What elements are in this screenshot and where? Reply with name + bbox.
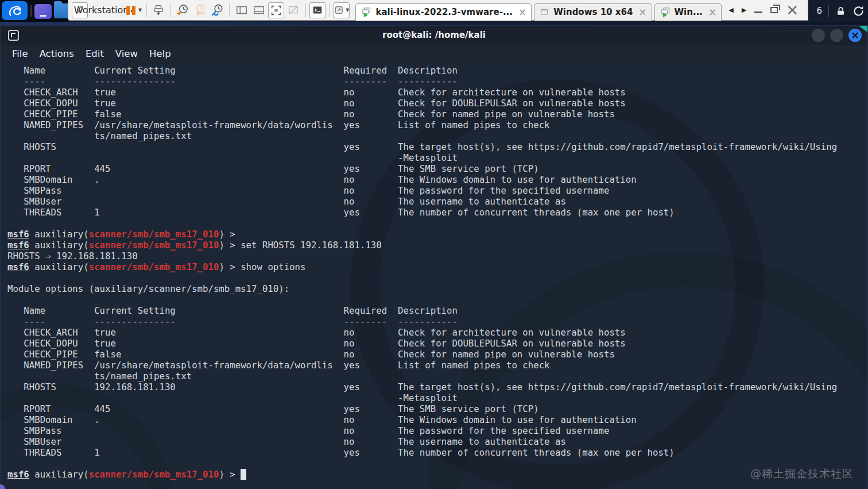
minimize-button[interactable] xyxy=(812,29,825,42)
terminal-line: NAMED_PIPES /usr/share/metasploit-framew… xyxy=(7,360,867,371)
vm-tab-windows10[interactable]: Windows 10 x64 × xyxy=(534,3,652,21)
toolbar-close-button[interactable] xyxy=(786,5,799,16)
menu-help[interactable]: Help xyxy=(149,48,171,59)
tab-scroll-right-icon[interactable]: ▶ xyxy=(742,6,746,14)
maximize-button[interactable] xyxy=(830,29,843,42)
menu-view[interactable]: View xyxy=(115,48,138,59)
menu-actions[interactable]: Actions xyxy=(40,48,74,59)
terminal-line: THREADS 1 yes The number of concurrent t… xyxy=(7,207,867,218)
terminal-line: msf6 auxiliary(scanner/smb/smb_ms17_010)… xyxy=(7,229,867,240)
console-icon xyxy=(311,4,324,17)
terminal-line: SMBDomain . no The Windows domain to use… xyxy=(7,174,867,185)
terminal-line: CHECK_DOPU true no Check for DOUBLEPULSA… xyxy=(7,98,867,109)
revert-snapshot-icon xyxy=(193,3,207,17)
expand-icon xyxy=(334,4,344,16)
terminal-line: SMBPass no The password for the specifie… xyxy=(7,425,867,436)
logout-icon[interactable] xyxy=(852,5,865,17)
terminal-line: THREADS 1 yes The number of concurrent t… xyxy=(7,447,867,458)
unity-icon xyxy=(287,4,300,17)
panel-separator xyxy=(30,5,32,17)
terminal-line xyxy=(7,294,867,305)
manage-snapshots-button[interactable] xyxy=(209,2,225,18)
vm-stopped-icon xyxy=(539,7,550,18)
terminal-line xyxy=(7,458,867,469)
tab-scroll-left-icon[interactable]: ◀ xyxy=(728,6,733,14)
terminal-line: SMBDomain . no The Windows domain to use… xyxy=(7,414,867,425)
vmware-toolbar: Workstation xyxy=(68,0,808,21)
tab-close-icon[interactable]: × xyxy=(518,7,526,17)
vm-tab-kali[interactable]: kali-linux-2022.3-vmware-... × xyxy=(355,3,532,21)
terminal-line: msf6 auxiliary(scanner/smb/smb_ms17_010)… xyxy=(7,240,867,251)
menu-file[interactable]: File xyxy=(12,48,28,59)
terminal-line: -Metasploit xyxy=(7,152,867,163)
wallpaper-corner-accent xyxy=(859,26,867,32)
terminal-line: SMBUser no The username to authenticate … xyxy=(7,196,867,207)
terminal-line: SMBPass no The password for the specifie… xyxy=(7,185,867,196)
workstation-menu-label: Workstation xyxy=(74,5,134,16)
show-library-button[interactable] xyxy=(234,2,250,18)
terminal-line: NAMED_PIPES /usr/share/metasploit-framew… xyxy=(7,120,867,130)
menu-edit[interactable]: Edit xyxy=(86,48,104,59)
vm-tab-label: Windows 10 x64 xyxy=(553,7,633,17)
vm-tab-win-truncated[interactable]: Win... × xyxy=(654,3,722,21)
terminal-line: RPORT 445 yes The SMB service port (TCP) xyxy=(7,163,867,174)
terminal-line xyxy=(7,218,867,229)
taskbar-window-icon[interactable] xyxy=(34,4,52,19)
kali-menu-button[interactable] xyxy=(2,1,28,20)
vm-tab-label: kali-linux-2022.3-vmware-... xyxy=(375,7,513,17)
enter-fullscreen-button[interactable] xyxy=(334,2,350,18)
take-snapshot-icon xyxy=(176,3,189,17)
pause-vm-button[interactable] xyxy=(126,2,142,18)
window-title: root@kali: /home/kali xyxy=(1,30,867,40)
terminal-line: ---- --------------- -------- ----------… xyxy=(7,76,867,87)
send-input-icon xyxy=(152,4,165,17)
tab-close-icon[interactable]: × xyxy=(708,7,716,17)
terminal-titlebar[interactable]: root@kali: /home/kali xyxy=(1,26,867,45)
terminal-line: ---- --------------- -------- ----------… xyxy=(7,316,867,327)
vm-tab-label: Win... xyxy=(675,7,703,17)
terminal-line: -Metasploit xyxy=(7,392,867,403)
terminal-line: msf6 auxiliary(scanner/smb/smb_ms17_010)… xyxy=(7,261,867,272)
pause-icon xyxy=(126,6,135,15)
lock-icon[interactable] xyxy=(835,6,846,17)
terminal-cursor xyxy=(241,469,246,480)
fullscreen-view-button[interactable] xyxy=(268,2,284,18)
show-thumbnail-bar-button[interactable] xyxy=(251,2,267,18)
take-snapshot-button[interactable] xyxy=(175,2,191,18)
manage-snapshots-icon xyxy=(211,3,224,17)
terminal-line: Module options (auxiliary/scanner/smb/sm… xyxy=(7,283,867,294)
terminal-line: CHECK_ARCH true no Check for architectur… xyxy=(7,327,867,338)
panel-separator xyxy=(828,5,829,17)
watermark-text: @稀土掘金技术社区 xyxy=(750,467,854,482)
send-input-button[interactable] xyxy=(150,2,166,18)
kali-dragon-icon xyxy=(6,3,24,19)
revert-snapshot-button[interactable] xyxy=(192,2,208,18)
fullscreen-icon xyxy=(270,4,282,17)
clock-fragment: 6 xyxy=(816,6,822,16)
tab-close-icon[interactable]: × xyxy=(638,7,646,17)
terminal-window: root@kali: /home/kali File Actions Edit … xyxy=(0,25,868,489)
unity-view-button[interactable] xyxy=(285,2,301,18)
vm-running-icon xyxy=(361,6,372,18)
terminal-menubar: File Actions Edit View Help xyxy=(1,45,867,62)
terminal-line: ts/named_pipes.txt xyxy=(7,371,867,382)
console-button[interactable] xyxy=(309,2,326,18)
vm-tabs: kali-linux-2022.3-vmware-... × Windows 1… xyxy=(355,0,722,21)
terminal-output[interactable]: Name Current Setting Required Descriptio… xyxy=(1,62,867,489)
workstation-menu-button[interactable]: Workstation xyxy=(89,2,118,18)
vm-running-icon xyxy=(660,6,671,18)
terminal-line: CHECK_ARCH true no Check for architectur… xyxy=(7,87,867,98)
terminal-line xyxy=(7,272,867,283)
terminal-line: CHECK_PIPE false no Check for named pipe… xyxy=(7,349,867,360)
toolbar-minimize-button[interactable] xyxy=(754,7,762,13)
terminal-line: RHOSTS 192.168.181.130 yes The target ho… xyxy=(7,382,867,392)
terminal-line: Name Current Setting Required Descriptio… xyxy=(7,65,867,76)
terminal-line: msf6 auxiliary(scanner/smb/smb_ms17_010)… xyxy=(7,469,867,480)
terminal-line: SMBUser no The username to authenticate … xyxy=(7,436,867,447)
terminal-line: CHECK_PIPE false no Check for named pipe… xyxy=(7,109,867,120)
library-panel-icon xyxy=(235,4,248,17)
toolbar-restore-button[interactable] xyxy=(770,7,778,13)
terminal-line: RHOSTS yes The target host(s), see https… xyxy=(7,141,867,152)
terminal-line: ts/named_pipes.txt xyxy=(7,130,867,141)
terminal-line: RHOSTS ⇒ 192.168.181.130 xyxy=(7,251,867,261)
